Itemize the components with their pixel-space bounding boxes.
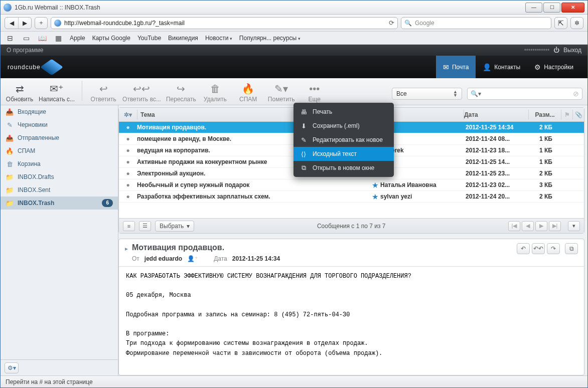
reply-all-button[interactable]: ↩↩Ответить вс...: [122, 83, 161, 103]
ctx-label: Открыть в новом окне: [313, 164, 374, 171]
star-icon[interactable]: ★: [370, 181, 380, 189]
reply-button[interactable]: ↩Ответить: [89, 83, 117, 103]
mark-button[interactable]: ✎▾Пометить: [267, 83, 296, 103]
sidebar-toggle-icon[interactable]: ⊟: [6, 35, 15, 42]
col-attachment[interactable]: 📎: [573, 111, 584, 118]
delete-button[interactable]: 🗑Удалить: [201, 83, 229, 103]
message-row[interactable]: ●Разработка эффективных зарплатных схем.…: [119, 191, 584, 203]
bookmark-item[interactable]: Популярн... ресурсы: [239, 35, 301, 42]
splitter[interactable]: [118, 234, 584, 239]
page-prev[interactable]: ◀: [522, 221, 534, 231]
clear-search-icon[interactable]: ⊘: [573, 90, 579, 98]
extern-icon: ⧉: [300, 164, 308, 172]
message-list-panel: ✲▾ Тема Дата Разм... ⚑ 📎 ●Мотивация прод…: [118, 107, 584, 234]
thread-mode-button[interactable]: ☰: [139, 221, 151, 231]
select-arrows-icon: ▲▼: [453, 90, 458, 97]
col-date[interactable]: Дата: [464, 111, 528, 118]
refresh-button[interactable]: ⇄Обновить: [6, 83, 34, 103]
about-link[interactable]: О программе: [7, 47, 43, 54]
folder-item[interactable]: 🔥СПАМ: [1, 144, 118, 157]
folder-item[interactable]: 🗑Корзина: [1, 157, 118, 170]
msg-date: 2012-11-25 14...: [466, 158, 530, 165]
browser-menu-button[interactable]: ✲: [570, 17, 583, 29]
bookmark-item[interactable]: Википедия: [168, 35, 198, 42]
logout-link[interactable]: Выход: [563, 47, 581, 54]
maximize-button[interactable]: ☐: [543, 3, 560, 13]
folder-item[interactable]: 📁INBOX.Sent: [1, 183, 118, 197]
reload-icon[interactable]: ⟳: [389, 19, 394, 27]
compose-button[interactable]: ✉⁺Написать с...: [39, 83, 75, 103]
page-last[interactable]: ▶|: [549, 221, 561, 231]
col-flag[interactable]: ⚑: [561, 111, 572, 118]
about-bar: О программе •••••••••••• ⏻ Выход: [1, 45, 587, 56]
context-menu: 🖶Печать⬇Сохранить (.eml)✎Редактировать к…: [293, 103, 394, 177]
power-icon: ⏻: [553, 47, 559, 54]
msg-from: Наталья Ивановна: [380, 181, 466, 188]
back-button[interactable]: ◀: [5, 18, 18, 29]
filter-select[interactable]: Все ▲▼: [392, 88, 462, 100]
app-window: 1Gb.ru Webmail :: INBOX.Trash — ☐ ✕ ◀ ▶ …: [0, 0, 588, 388]
headers-toggle[interactable]: ▸: [125, 243, 128, 252]
forward-button[interactable]: ↪Переслать: [166, 83, 196, 103]
add-tab-button[interactable]: ＋: [35, 17, 48, 29]
from-value: jedd eduardo: [144, 255, 182, 262]
list-options-button[interactable]: ✲▾: [119, 111, 137, 118]
tab-contacts[interactable]: 👤 Контакты: [476, 56, 527, 78]
grid-icon[interactable]: ▦: [54, 35, 63, 42]
compose-icon: ✉⁺: [50, 83, 64, 95]
preview-toggle[interactable]: ▾: [568, 221, 580, 231]
tab-mail[interactable]: ✉ Почта: [436, 56, 476, 78]
open-window-button[interactable]: ⧉: [565, 243, 578, 254]
page-first[interactable]: |◀: [508, 221, 520, 231]
folder-item[interactable]: 📁INBOX.Trash6: [1, 197, 118, 210]
context-menu-item[interactable]: ⟨⟩Исходный текст: [293, 147, 394, 161]
folder-item[interactable]: 📤Отправленные: [1, 131, 118, 144]
folder-item[interactable]: ✎Черновики: [1, 118, 118, 131]
body: 📥Входящие✎Черновики📤Отправленные🔥СПАМ🗑Ко…: [1, 105, 587, 375]
new-window-button[interactable]: ⇱: [554, 17, 567, 29]
msg-date: 2012-11-25 23...: [466, 170, 530, 177]
star-icon[interactable]: ★: [370, 193, 380, 201]
msg-size: 1 КБ: [530, 135, 562, 142]
prev-reply-button[interactable]: ↶: [517, 243, 530, 254]
page-next[interactable]: ▶: [535, 221, 547, 231]
forward-button[interactable]: ▶: [18, 18, 31, 29]
unread-count: 6: [102, 199, 113, 207]
bookmark-item[interactable]: Apple: [70, 35, 85, 42]
context-menu-item[interactable]: ⧉Открыть в новом окне: [293, 161, 394, 175]
bookmark-item[interactable]: Новости: [205, 35, 232, 42]
select-menu[interactable]: Выбрать▾: [155, 221, 194, 232]
url-bar[interactable]: http://webmail-roundcube.1gb.ru/?_task=m…: [51, 17, 398, 29]
mail-icon: ✉: [443, 63, 449, 71]
tab-settings[interactable]: ⚙ Настройки: [527, 56, 580, 78]
folder-item[interactable]: 📁INBOX.Drafts: [1, 170, 118, 183]
reply-all-icon: ↩↩: [133, 83, 150, 95]
pager: |◀ ◀ ▶ ▶|: [508, 221, 561, 231]
contact-icon[interactable]: 👤⁺: [187, 255, 198, 262]
mail-search[interactable]: 🔍▾ ⊘: [467, 88, 582, 100]
folder-item[interactable]: 📥Входящие: [1, 105, 118, 118]
sidebar-footer: ⚙▾: [1, 359, 118, 375]
message-row[interactable]: ●Необычный и супер нужный подарок★Наталь…: [119, 179, 584, 191]
book-icon[interactable]: 📖: [38, 35, 47, 42]
browser-search[interactable]: 🔍 Google: [401, 17, 551, 29]
more-button[interactable]: •••Еще: [301, 83, 329, 103]
context-menu-item[interactable]: 🖶Печать: [293, 105, 394, 119]
minimize-button[interactable]: —: [525, 3, 542, 13]
list-mode-button[interactable]: ≡: [123, 221, 135, 231]
bookmark-item[interactable]: Карты Google: [92, 35, 130, 42]
close-button[interactable]: ✕: [561, 3, 584, 13]
spam-button[interactable]: 🔥СПАМ: [234, 83, 262, 103]
prev-forward-button[interactable]: ↷: [547, 243, 560, 254]
context-menu-item[interactable]: ✎Редактировать как новое: [293, 133, 394, 147]
context-menu-item[interactable]: ⬇Сохранить (.eml): [293, 119, 394, 133]
folder-label: Корзина: [18, 160, 41, 167]
folder-settings-button[interactable]: ⚙▾: [5, 362, 19, 373]
spam-icon: 🔥: [6, 147, 14, 155]
folder-label: INBOX.Sent: [18, 186, 50, 193]
prev-reply-all-button[interactable]: ↶↶: [532, 243, 545, 254]
sent-icon: 📤: [6, 134, 14, 142]
reader-icon[interactable]: ▭: [22, 35, 31, 42]
col-size[interactable]: Разм...: [529, 111, 561, 118]
bookmark-item[interactable]: YouTube: [137, 35, 161, 42]
